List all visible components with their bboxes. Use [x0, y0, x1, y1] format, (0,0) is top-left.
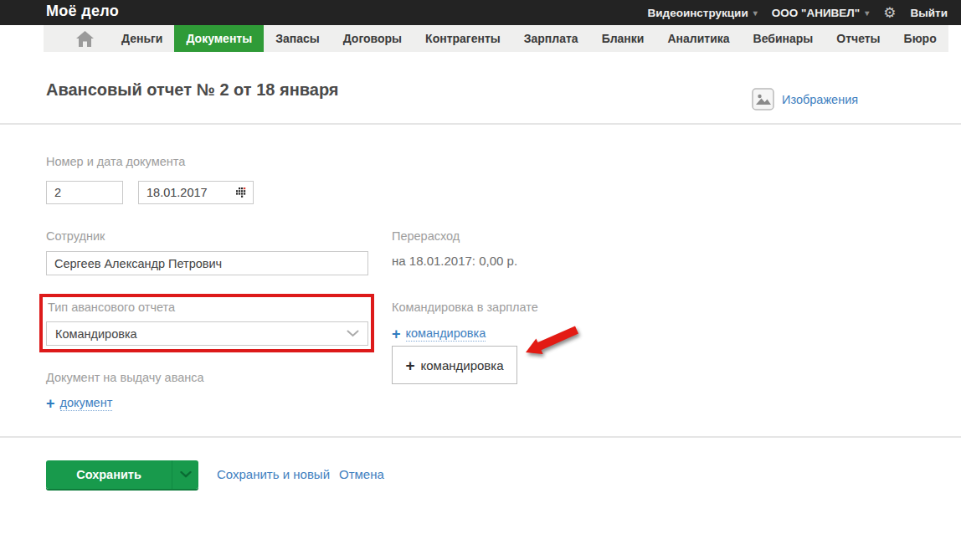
video-instructions-label: Видеоинструкции: [648, 7, 748, 19]
nav-item-bureau[interactable]: Бюро: [892, 25, 948, 52]
chevron-down-icon: [347, 330, 359, 337]
nav-item-forms[interactable]: Бланки: [590, 25, 656, 52]
nav-item-money[interactable]: Деньги: [110, 25, 174, 52]
logout-link[interactable]: Выйти: [911, 7, 948, 19]
nav-item-counterparties[interactable]: Контрагенты: [414, 25, 512, 52]
employee-label: Сотрудник: [46, 229, 105, 243]
footer-divider: [0, 436, 961, 438]
plus-icon: +: [405, 357, 414, 373]
nav-item-salary[interactable]: Зарплата: [512, 25, 590, 52]
save-and-new-link[interactable]: Сохранить и новый: [217, 467, 330, 481]
nav-home-button[interactable]: [60, 25, 110, 52]
add-document-label: документ: [60, 396, 113, 411]
header-divider: [0, 123, 961, 125]
add-document-link[interactable]: + документ: [46, 396, 112, 411]
plus-icon: +: [392, 326, 401, 342]
add-trip-button[interactable]: + командировка: [392, 346, 517, 384]
nav-item-webinars[interactable]: Вебинары: [742, 25, 825, 52]
save-dropdown-toggle[interactable]: [172, 460, 198, 489]
settings-gear-icon[interactable]: ⚙: [883, 6, 896, 20]
caret-down-icon: ▾: [753, 8, 758, 18]
number-date-label: Номер и дата документа: [46, 155, 185, 168]
caret-down-icon: ▾: [865, 8, 869, 18]
video-instructions-menu[interactable]: Видеоинструкции ▾: [648, 7, 758, 19]
nav-item-documents[interactable]: Документы: [174, 25, 264, 52]
plus-icon: +: [46, 396, 55, 411]
logout-label: Выйти: [911, 7, 948, 19]
app-logo[interactable]: Моё дело: [46, 3, 119, 20]
topbar: Моё дело Видеоинструкции ▾ ООО "АНИВЕЛ" …: [0, 0, 961, 25]
images-link[interactable]: Изображения: [752, 88, 858, 110]
save-button-group: Сохранить: [46, 460, 198, 489]
trip-in-salary-label: Командировка в зарплате: [392, 301, 538, 314]
company-name: ООО "АНИВЕЛ": [772, 7, 860, 19]
add-trip-link-label: командировка: [406, 326, 486, 342]
calendar-icon[interactable]: [236, 188, 247, 198]
report-type-select[interactable]: Командировка: [46, 321, 368, 346]
topbar-right: Видеоинструкции ▾ ООО "АНИВЕЛ" ▾ ⚙ Выйти: [648, 0, 948, 25]
add-trip-link[interactable]: + командировка: [392, 326, 486, 342]
cancel-link[interactable]: Отмена: [339, 467, 384, 481]
page-title: Авансовый отчет № 2 от 18 января: [46, 80, 339, 100]
main-nav: Деньги Документы Запасы Договоры Контраг…: [44, 25, 948, 52]
report-type-label: Тип авансового отчета: [48, 301, 175, 314]
nav-item-contracts[interactable]: Договоры: [331, 25, 414, 52]
nav-item-stock[interactable]: Запасы: [264, 25, 331, 52]
chevron-down-icon: [180, 471, 192, 478]
image-icon: [752, 88, 774, 110]
nav-item-reports[interactable]: Отчеты: [825, 25, 892, 52]
images-link-label: Изображения: [782, 93, 858, 106]
overspend-label: Перерасход: [392, 229, 460, 243]
nav-item-analytics[interactable]: Аналитика: [655, 25, 741, 52]
annotation-arrow: [513, 325, 584, 360]
save-button[interactable]: Сохранить: [46, 460, 172, 489]
employee-input[interactable]: [46, 251, 368, 275]
document-date-field: [138, 181, 254, 204]
advance-doc-label: Документ на выдачу аванса: [46, 371, 204, 384]
report-type-value: Командировка: [55, 327, 137, 341]
document-number-input[interactable]: [46, 181, 123, 204]
overspend-value: на 18.01.2017: 0,00 р.: [392, 254, 517, 268]
home-icon: [76, 31, 94, 47]
company-selector[interactable]: ООО "АНИВЕЛ" ▾: [772, 7, 870, 19]
add-trip-button-label: командировка: [421, 358, 504, 372]
